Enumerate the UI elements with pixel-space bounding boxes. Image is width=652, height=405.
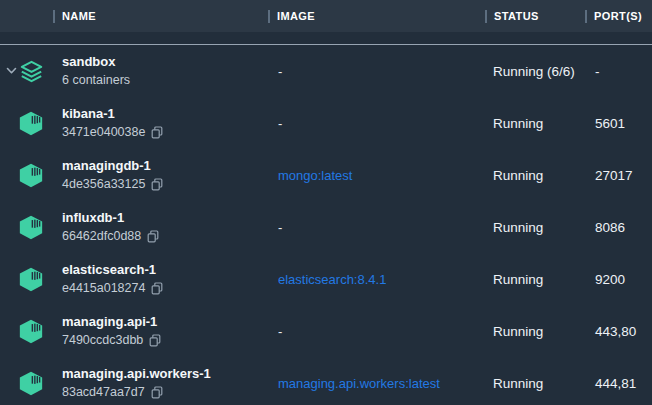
container-cube-icon xyxy=(18,110,44,136)
column-header-name[interactable]: NAME xyxy=(53,0,96,32)
container-row[interactable]: managing.api-1 7490ccdc3dbb - Running 44… xyxy=(0,305,652,357)
stack-icon xyxy=(18,58,44,84)
column-divider xyxy=(485,10,487,23)
container-name: managing.api.workers-1 xyxy=(62,366,211,382)
column-header-label: IMAGE xyxy=(277,10,315,22)
status-value: Running xyxy=(493,168,543,183)
container-cube-icon xyxy=(18,318,44,344)
ports-value: 9200 xyxy=(595,272,625,287)
group-subtitle: 6 containers xyxy=(62,73,130,88)
container-name: elasticsearch-1 xyxy=(62,262,163,278)
column-divider xyxy=(53,10,55,23)
table-header: NAME IMAGE STATUS PORT(S) xyxy=(0,0,652,32)
image-value[interactable]: - xyxy=(278,116,282,131)
container-cube-icon xyxy=(18,162,44,188)
container-id: 83acd47aa7d7 xyxy=(62,385,145,400)
container-cube-icon xyxy=(18,266,44,292)
copy-icon[interactable] xyxy=(149,334,161,347)
status-value: Running (6/6) xyxy=(493,64,575,79)
chevron-down-icon[interactable] xyxy=(4,64,18,78)
container-cube-icon xyxy=(18,214,44,240)
copy-icon[interactable] xyxy=(151,178,163,191)
container-row[interactable]: elasticsearch-1 e4415a018274 elasticsear… xyxy=(0,253,652,305)
ports-value: 8086 xyxy=(595,220,625,235)
container-id: e4415a018274 xyxy=(62,281,145,296)
copy-icon[interactable] xyxy=(151,126,163,139)
status-value: Running xyxy=(493,272,543,287)
container-name: managing.api-1 xyxy=(62,314,161,330)
container-cube-icon xyxy=(18,370,44,396)
column-header-label: NAME xyxy=(62,10,96,22)
image-value[interactable]: - xyxy=(278,324,282,339)
column-header-label: STATUS xyxy=(494,10,539,22)
column-divider xyxy=(585,10,587,23)
copy-icon[interactable] xyxy=(147,230,159,243)
status-value: Running xyxy=(493,324,543,339)
container-id: 3471e040038e xyxy=(62,125,145,140)
container-name: influxdb-1 xyxy=(62,210,159,226)
group-name: sandbox xyxy=(62,54,130,70)
column-header-label: PORT(S) xyxy=(594,10,642,22)
container-row[interactable]: kibana-1 3471e040038e - Running 5601 xyxy=(0,97,652,149)
status-value: Running xyxy=(493,220,543,235)
copy-icon[interactable] xyxy=(151,282,163,295)
ports-value: 444,81 xyxy=(595,376,636,391)
compose-group-row[interactable]: sandbox 6 containers - Running (6/6) - xyxy=(0,45,652,97)
container-id: 4de356a33125 xyxy=(62,177,145,192)
container-row[interactable]: managingdb-1 4de356a33125 mongo:latest R… xyxy=(0,149,652,201)
container-name: kibana-1 xyxy=(62,106,163,122)
containers-table: NAME IMAGE STATUS PORT(S) xyxy=(0,0,652,405)
image-value[interactable]: - xyxy=(278,220,282,235)
ports-value: 5601 xyxy=(595,116,625,131)
image-value: - xyxy=(278,64,282,79)
ports-value: 443,80 xyxy=(595,324,636,339)
table-body: sandbox 6 containers - Running (6/6) - k… xyxy=(0,44,652,405)
container-name: managingdb-1 xyxy=(62,158,163,174)
container-row[interactable]: influxdb-1 66462dfc0d88 - Running 8086 xyxy=(0,201,652,253)
copy-icon[interactable] xyxy=(151,386,163,399)
column-header-status[interactable]: STATUS xyxy=(485,0,539,32)
container-id: 66462dfc0d88 xyxy=(62,229,141,244)
column-divider xyxy=(268,10,270,23)
column-header-image[interactable]: IMAGE xyxy=(268,0,315,32)
container-id: 7490ccdc3dbb xyxy=(62,333,143,348)
image-value[interactable]: mongo:latest xyxy=(278,168,352,183)
container-row[interactable]: managing.api.workers-1 83acd47aa7d7 mana… xyxy=(0,357,652,405)
ports-value: 27017 xyxy=(595,168,633,183)
status-value: Running xyxy=(493,376,543,391)
ports-value: - xyxy=(595,64,600,79)
image-value[interactable]: elasticsearch:8.4.1 xyxy=(278,272,386,287)
status-value: Running xyxy=(493,116,543,131)
image-value[interactable]: managing.api.workers:latest xyxy=(278,376,440,391)
column-header-ports[interactable]: PORT(S) xyxy=(585,0,642,32)
